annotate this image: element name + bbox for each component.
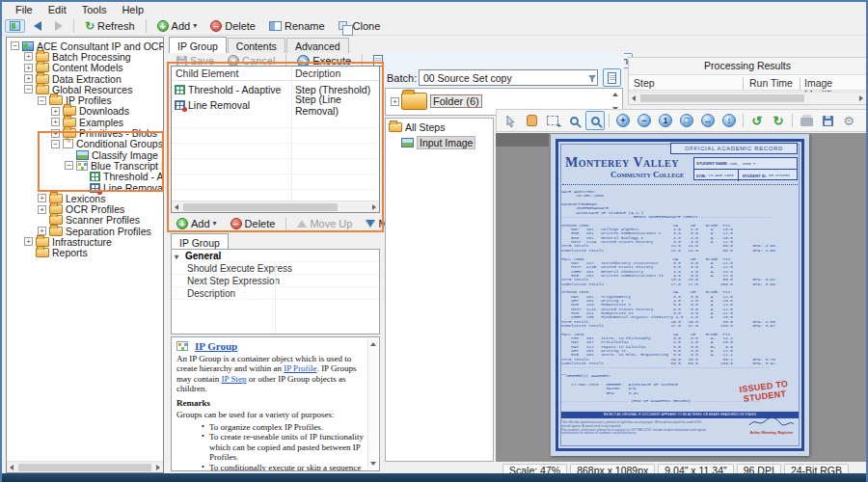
select-region-button[interactable]: [543, 111, 562, 130]
menu-edit[interactable]: Edit: [41, 4, 74, 15]
zoom-in-button[interactable]: +: [613, 111, 633, 130]
scroll-down-icon: [370, 462, 376, 466]
rotate-right-button[interactable]: ↻: [769, 111, 788, 130]
zoom-region-button[interactable]: [564, 111, 583, 130]
tree-expander[interactable]: −: [65, 161, 73, 170]
menu-file[interactable]: File: [8, 4, 41, 15]
folder-label[interactable]: Folder (6): [430, 94, 482, 108]
scrollbar-thumb[interactable]: [640, 94, 804, 102]
list-row-line-removal[interactable]: Line Removal Step (Line Removal): [172, 97, 379, 113]
steps-root-item[interactable]: All Steps: [386, 119, 493, 133]
ip-step-link[interactable]: IP Step: [222, 374, 247, 384]
tree-item-scanner-profiles[interactable]: Scanner Profiles: [9, 215, 163, 226]
property-label: Should Execute Express: [187, 263, 292, 274]
tree-item-global-resources[interactable]: −Global Resources: [9, 84, 163, 94]
pan-tool-button[interactable]: [522, 111, 541, 130]
zoom-fit-width-button[interactable]: ↔: [698, 111, 718, 130]
zoom-out-button[interactable]: −: [635, 111, 654, 130]
rotate-left-button[interactable]: ↺: [747, 111, 767, 130]
tree-item-reports[interactable]: Reports: [9, 248, 163, 258]
pointer-tool-button[interactable]: [501, 111, 520, 130]
viewer-settings-button[interactable]: ⚙: [839, 111, 858, 130]
magnifier-tool-button[interactable]: [585, 111, 605, 130]
tree-item-data-extraction[interactable]: +Data Extraction: [9, 73, 163, 84]
tree-horizontal-scrollbar[interactable]: [7, 461, 163, 472]
tab-contents[interactable]: Contents: [228, 38, 285, 53]
tab-ip-group[interactable]: IP Group: [169, 37, 227, 53]
app-icon: [22, 41, 34, 51]
tree-item-threshold-adaptive[interactable]: Threshold - Adaptive: [9, 172, 163, 182]
zoom-fit-button[interactable]: □: [677, 111, 696, 130]
tree-expander[interactable]: +: [38, 227, 46, 235]
help-scrollbar[interactable]: [367, 338, 378, 469]
tree-item-batch-processing[interactable]: +Batch Processing: [9, 51, 163, 62]
back-button[interactable]: [29, 19, 46, 33]
tree-item-classify-image[interactable]: Classify Image: [9, 149, 163, 160]
refresh-button[interactable]: ↻Refresh: [80, 18, 140, 34]
property-group-general[interactable]: ▾General: [172, 250, 379, 262]
image-canvas[interactable]: OFFICIAL ACADEMIC RECORD Monterey Valley…: [496, 133, 868, 462]
column-step[interactable]: Step: [634, 77, 655, 89]
scrollbar-thumb[interactable]: [183, 203, 338, 211]
delete-button[interactable]: −Delete: [205, 18, 260, 34]
panel-toggle-button[interactable]: [5, 19, 25, 33]
ip-profile-link[interactable]: IP Profile: [284, 363, 316, 373]
tree-item-downloads[interactable]: +Downloads: [9, 106, 163, 117]
list-add-button[interactable]: +Add▾: [172, 216, 222, 231]
tree-item-line-removal[interactable]: Line Removal: [9, 182, 163, 193]
tree-item-examples[interactable]: +Examples: [9, 117, 163, 127]
pointer-icon: [505, 115, 516, 127]
column-decription[interactable]: Decription: [295, 67, 340, 79]
tree-expander[interactable]: +: [391, 97, 399, 106]
list-horizontal-scrollbar[interactable]: [172, 201, 379, 212]
tree-expander[interactable]: +: [38, 194, 46, 202]
tree-item-conditional-groups[interactable]: −Conditional Groups: [9, 139, 163, 149]
rename-button[interactable]: Rename: [264, 18, 330, 34]
tree-item-separation-profiles[interactable]: +Separation Profiles: [9, 226, 163, 236]
batch-combobox[interactable]: 00 Source Set copy: [419, 69, 598, 86]
tree-expander[interactable]: +: [24, 74, 33, 83]
move-up-button[interactable]: Move Up: [292, 216, 357, 231]
tree-expander[interactable]: −: [51, 140, 60, 148]
zoom-actual-button[interactable]: 1: [656, 111, 675, 130]
help-title-link[interactable]: IP Group: [195, 341, 237, 352]
clone-button[interactable]: Clone: [334, 18, 386, 34]
column-run-time[interactable]: Run Time: [749, 77, 793, 89]
tree-item-content-models[interactable]: +Content Models: [9, 63, 163, 73]
tree-item-label: Conditional Groups: [76, 138, 163, 149]
results-horizontal-scrollbar[interactable]: [629, 92, 866, 104]
tree-expander[interactable]: −: [24, 85, 33, 94]
toolbar-separator: [146, 19, 147, 33]
property-tab-ip-group[interactable]: IP Group: [171, 233, 229, 250]
tree-item-blue-transcript-ip[interactable]: −Blue Transcript IP: [9, 160, 163, 171]
save-image-button[interactable]: [818, 111, 837, 130]
tree-item-ip-profiles[interactable]: −IP Profiles: [9, 94, 163, 105]
menu-tools[interactable]: Tools: [74, 4, 115, 15]
column-child-element[interactable]: Child Element: [176, 67, 238, 79]
print-button[interactable]: [797, 111, 816, 130]
add-button[interactable]: +Add▾: [152, 18, 203, 34]
tree-item-infrastructure[interactable]: +Infrastructure: [9, 236, 163, 247]
tree-expander[interactable]: +: [51, 107, 60, 116]
steps-input-image-item[interactable]: Input Image: [386, 133, 493, 149]
zoom-fit-height-button[interactable]: ↕: [719, 111, 739, 130]
tree-item-ocr-profiles[interactable]: +OCR Profiles: [9, 203, 163, 214]
menu-help[interactable]: Help: [114, 4, 151, 15]
tree-item-lexicons[interactable]: +Lexicons: [9, 193, 163, 203]
tree-expander[interactable]: −: [11, 41, 19, 50]
tree-expander[interactable]: +: [24, 237, 33, 246]
tab-advanced[interactable]: Advanced: [286, 38, 349, 53]
tree-expander[interactable]: +: [38, 205, 46, 214]
scrollbar-thumb[interactable]: [18, 464, 151, 471]
tree-expander[interactable]: +: [24, 64, 33, 72]
tree-expander[interactable]: +: [51, 129, 60, 138]
tree-item-root[interactable]: −ACE Consultant IP and OCR: [9, 40, 163, 51]
tree-expander[interactable]: +: [24, 52, 33, 61]
list-delete-button[interactable]: −Delete: [226, 216, 281, 231]
tree-expander[interactable]: −: [38, 96, 46, 105]
tree-item-primitives-blobs[interactable]: +Primitives - Blobs: [9, 127, 163, 138]
tree-expander[interactable]: +: [51, 118, 60, 126]
page-view-button[interactable]: [603, 68, 621, 87]
forward-button[interactable]: [50, 19, 68, 33]
spinner-up-icon[interactable]: [612, 93, 618, 96]
